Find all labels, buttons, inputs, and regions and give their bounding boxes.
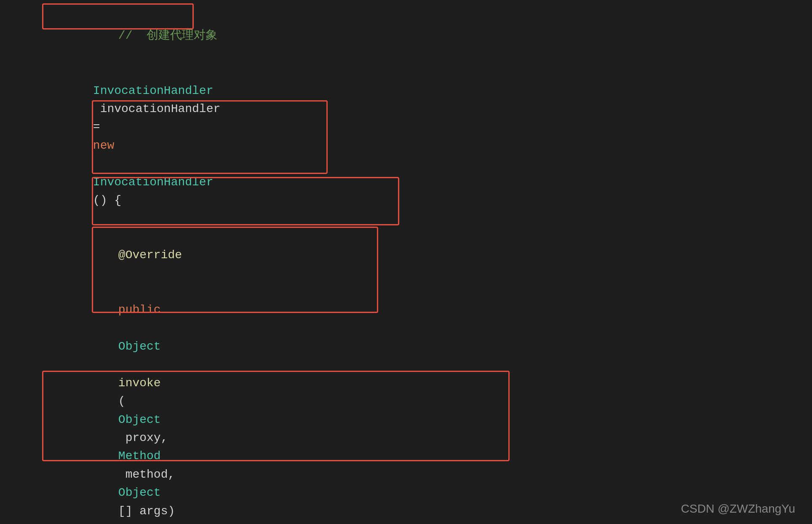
code-comment: // 创建代理对象 bbox=[25, 8, 217, 63]
code-line-override: @Override bbox=[25, 228, 812, 283]
code-text: InvocationHandler invocationHandler = ne… bbox=[25, 63, 227, 228]
code-text: @Override bbox=[25, 228, 182, 283]
code-line-comment-create: // 创建代理对象 bbox=[25, 8, 812, 63]
code-line-public-invoke: public Object invoke ( Object proxy, Met… bbox=[25, 283, 812, 524]
watermark: CSDN @ZWZhangYu bbox=[681, 502, 795, 516]
code-text: public Object invoke ( Object proxy, Met… bbox=[25, 283, 182, 524]
code-line-invocation-handler: InvocationHandler invocationHandler = ne… bbox=[25, 63, 812, 228]
code-container: // 创建代理对象 InvocationHandler invocationHa… bbox=[0, 0, 812, 524]
